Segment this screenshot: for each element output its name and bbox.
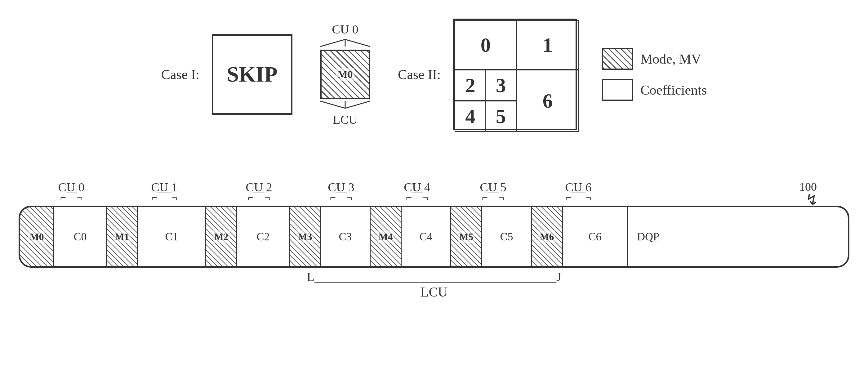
cu4-brace: ⌐‾‾‾¬ <box>406 194 428 201</box>
stream-m3: M3 <box>290 207 321 266</box>
legend-plain-box <box>602 79 633 101</box>
stream-c1: C1 <box>138 207 206 266</box>
cu6-brace: ⌐‾‾‾‾¬ <box>565 194 591 201</box>
m0-label: M0 <box>336 68 355 81</box>
m3-stream-label: M3 <box>297 230 313 243</box>
cu6-label-group: CU 6 ⌐‾‾‾‾¬ <box>530 180 626 201</box>
brace-bottom-svg <box>317 100 373 111</box>
stream-c5: C5 <box>482 207 532 266</box>
m4-stream-label: M4 <box>377 230 394 243</box>
legend: Mode, MV Coefficients <box>602 48 707 101</box>
case-ii-label: Case II: <box>398 67 441 83</box>
cu1-label-group: CU 1 ⌐‾‾‾‾¬ <box>115 180 214 201</box>
c3-label: C3 <box>339 230 352 243</box>
stream-m6: M6 <box>532 207 563 266</box>
legend-hatch <box>603 49 632 68</box>
top-section: Case I: SKIP CU 0 M0 LCU Case II: 012364… <box>0 19 868 130</box>
lcu-bottom-group: L_______________________________________… <box>19 270 849 300</box>
lcu-top-label: LCU <box>333 112 358 127</box>
cu0-label-group: CU 0 ⌐‾‾‾¬ <box>28 180 115 201</box>
stream-c0: C0 <box>54 207 107 266</box>
m1-stream-label: M1 <box>114 230 130 243</box>
stream-c4: C4 <box>402 207 451 266</box>
cu3-label-group: CU 3 ⌐‾‾‾¬ <box>304 180 378 201</box>
lcu-group-top: CU 0 M0 LCU <box>317 22 373 127</box>
cu0-brace: ⌐‾‾‾¬ <box>60 194 83 201</box>
skip-box: SKIP <box>212 34 292 115</box>
m2-stream-label: M2 <box>213 230 229 243</box>
cu5-label-group: CU 5 ⌐‾‾‾¬ <box>456 180 530 201</box>
grid-cell-1: 1 <box>517 20 579 70</box>
cu2-brace: ⌐‾‾‾¬ <box>248 194 270 201</box>
stream-c3: C3 <box>321 207 371 266</box>
c2-label: C2 <box>256 230 270 243</box>
stream-m2: M2 <box>206 207 237 266</box>
m0-box-rebuilt: M0 <box>320 50 370 99</box>
lcu-bottom-brace: L_______________________________________… <box>19 270 849 284</box>
diagram: Case I: SKIP CU 0 M0 LCU Case II: 012364… <box>0 0 868 375</box>
grid-cell-4: 4 <box>455 101 486 131</box>
c0-label: C0 <box>73 230 87 243</box>
dqp-label: DQP <box>637 230 659 243</box>
cu0-label: CU 0 <box>332 22 359 37</box>
stream-c2: C2 <box>237 207 290 266</box>
m0-stream-label: M0 <box>28 230 45 243</box>
legend-coefficients: Coefficients <box>602 79 707 101</box>
grid-cell-3: 3 <box>486 70 516 100</box>
grid-cell-0: 0 <box>455 20 517 70</box>
c1-label: C1 <box>165 230 178 243</box>
cu5-brace: ⌐‾‾‾¬ <box>482 194 504 201</box>
cu-labels-row: CU 0 ⌐‾‾‾¬ CU 1 ⌐‾‾‾‾¬ CU 2 ⌐‾‾‾¬ CU 3 ⌐… <box>19 180 849 201</box>
stream-m4: M4 <box>371 207 402 266</box>
legend-mode-mv: Mode, MV <box>602 48 707 70</box>
skip-text: SKIP <box>227 62 277 87</box>
stream-m1: M1 <box>107 207 138 266</box>
m5-stream-label: M5 <box>458 230 474 243</box>
grid-cell-2: 2 <box>455 70 486 100</box>
cu3-brace: ⌐‾‾‾¬ <box>330 194 352 201</box>
brace-top-svg <box>317 38 373 49</box>
cu1-brace: ⌐‾‾‾‾¬ <box>151 194 177 201</box>
stream-bar: M0 C0 M1 C1 M2 <box>19 206 849 268</box>
stream-wrapper: M0 C0 M1 C1 M2 <box>19 206 849 268</box>
case-ii-group: Case II: 0123645 <box>398 19 577 130</box>
stream-c6: C6 <box>563 207 628 266</box>
cu4-label-group: CU 4 ⌐‾‾‾¬ <box>378 180 456 201</box>
case-ii-grid: 0123645 <box>453 19 577 130</box>
stream-dqp: DQP <box>628 207 668 266</box>
stream-m0: M0 <box>20 207 54 266</box>
stream-m5: M5 <box>451 207 482 266</box>
legend-mode-mv-text: Mode, MV <box>640 51 701 67</box>
lcu-bottom-text: LCU <box>421 284 448 300</box>
c4-label: C4 <box>419 230 432 243</box>
case-i-group: Case I: SKIP <box>161 34 292 115</box>
case-i-label: Case I: <box>161 67 199 83</box>
bottom-section: CU 0 ⌐‾‾‾¬ CU 1 ⌐‾‾‾‾¬ CU 2 ⌐‾‾‾¬ CU 3 ⌐… <box>19 180 849 300</box>
cu2-label-group: CU 2 ⌐‾‾‾¬ <box>214 180 304 201</box>
c6-label: C6 <box>588 230 601 243</box>
grid-cell-6: 6 <box>517 70 579 132</box>
m6-stream-label: M6 <box>538 230 555 243</box>
legend-coefficients-text: Coefficients <box>640 82 707 98</box>
legend-hatch-box <box>602 48 633 70</box>
c5-label: C5 <box>500 230 513 243</box>
grid-cell-5: 5 <box>486 101 516 131</box>
